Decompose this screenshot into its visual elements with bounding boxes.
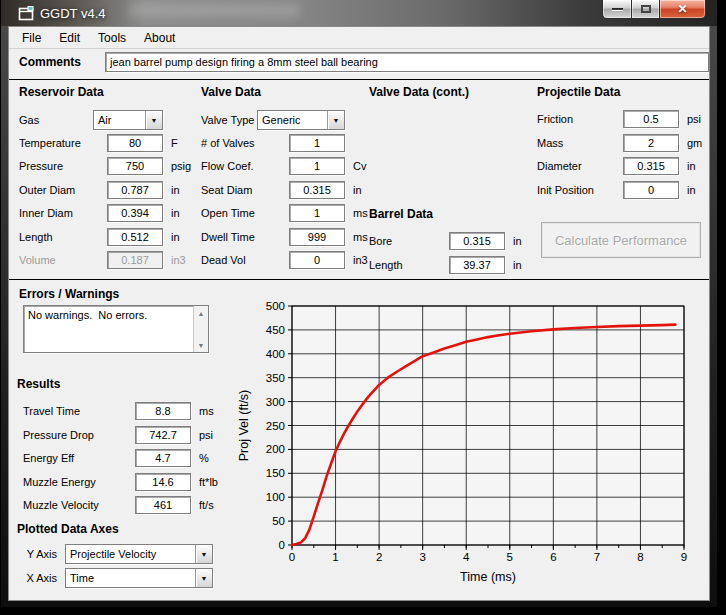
inner-diam-unit: in: [171, 207, 195, 219]
x-axis-dropdown[interactable]: Time ▼: [65, 568, 213, 588]
velocity-chart: 0123456789050100150200250300350400450500…: [235, 283, 705, 595]
menu-edit[interactable]: Edit: [50, 29, 89, 47]
pressure-row: Pressure psig: [19, 157, 195, 175]
friction-field[interactable]: [623, 110, 679, 128]
chevron-down-icon[interactable]: ▼: [195, 569, 212, 587]
init-position-field[interactable]: [623, 181, 679, 199]
barrel-length-label: Length: [369, 259, 449, 271]
errors-box: No warnings. No errors. ▲ ▼: [23, 305, 209, 353]
barrel-length-unit: in: [513, 259, 537, 271]
gas-value: Air: [94, 111, 145, 129]
dead-vol-field[interactable]: [289, 251, 345, 269]
flow-coef-unit: Cv: [353, 160, 373, 172]
valve-cont-section: Valve Data (cont.): [369, 85, 529, 110]
barrel-section: Barrel Data Bore in Length in: [369, 207, 537, 279]
flow-coef-field[interactable]: [289, 157, 345, 175]
volume-row: Volume in3: [19, 251, 195, 269]
num-valves-label: # of Valves: [201, 137, 289, 149]
diameter-field[interactable]: [623, 157, 679, 175]
open-time-field[interactable]: [289, 204, 345, 222]
barrel-length-row: Length in: [369, 256, 537, 274]
mass-field[interactable]: [623, 134, 679, 152]
num-valves-field[interactable]: [289, 134, 345, 152]
svg-text:8: 8: [637, 551, 643, 563]
minimize-button[interactable]: [602, 0, 632, 19]
reservoir-header: Reservoir Data: [19, 85, 195, 99]
temperature-unit: F: [171, 137, 195, 149]
y-axis-label: Y Axis: [17, 548, 57, 560]
inner-diam-label: Inner Diam: [19, 207, 107, 219]
results-section: Results Travel Time ms Pressure Drop psi…: [17, 377, 229, 520]
muzzle-velocity-field[interactable]: [135, 496, 191, 514]
init-position-label: Init Position: [537, 184, 623, 196]
gas-dropdown[interactable]: Air ▼: [93, 110, 163, 130]
chevron-down-icon[interactable]: ▼: [195, 545, 212, 563]
menu-file[interactable]: File: [13, 29, 50, 47]
friction-label: Friction: [537, 113, 623, 125]
errors-scrollbar[interactable]: ▲ ▼: [193, 306, 208, 352]
svg-text:50: 50: [272, 515, 285, 527]
scroll-down-icon[interactable]: ▼: [194, 338, 208, 352]
bore-unit: in: [513, 235, 537, 247]
chevron-down-icon[interactable]: ▼: [145, 111, 162, 129]
x-axis-row: X Axis Time ▼: [17, 568, 229, 588]
muzzle-velocity-label: Muzzle Velocity: [23, 499, 135, 511]
bore-label: Bore: [369, 235, 449, 247]
valve-type-dropdown[interactable]: Generic ▼: [257, 110, 345, 130]
svg-text:200: 200: [266, 443, 285, 455]
results-header: Results: [17, 377, 229, 391]
pressure-drop-unit: psi: [199, 429, 229, 441]
dwell-time-label: Dwell Time: [201, 231, 289, 243]
mass-label: Mass: [537, 137, 623, 149]
menu-about[interactable]: About: [135, 29, 184, 47]
muzzle-energy-unit: ft*lb: [199, 476, 229, 488]
bore-field[interactable]: [449, 232, 505, 250]
calculate-performance-button[interactable]: Calculate Performance: [541, 222, 701, 258]
muzzle-energy-field[interactable]: [135, 473, 191, 491]
dwell-time-field[interactable]: [289, 228, 345, 246]
pressure-drop-field[interactable]: [135, 426, 191, 444]
volume-field: [107, 251, 163, 269]
menu-tools[interactable]: Tools: [89, 29, 135, 47]
travel-time-unit: ms: [199, 405, 229, 417]
valve-section: Valve Data Valve Type Generic ▼ # of Val…: [201, 85, 373, 275]
title-bar[interactable]: GGDT v4.4 ✕: [1, 0, 717, 26]
errors-text: No warnings. No errors.: [24, 306, 193, 352]
bore-row: Bore in: [369, 232, 537, 250]
pressure-drop-row: Pressure Drop psi: [17, 426, 229, 444]
energy-eff-label: Energy Eff: [23, 452, 135, 464]
inner-diam-row: Inner Diam in: [19, 204, 195, 222]
maximize-button[interactable]: [632, 0, 660, 19]
divider-top: [9, 79, 709, 80]
temperature-field[interactable]: [107, 134, 163, 152]
mass-row: Mass gm: [537, 134, 710, 152]
svg-text:2: 2: [376, 551, 382, 563]
flow-coef-label: Flow Coef.: [201, 160, 289, 172]
y-axis-row: Y Axis Projectile Velocity ▼: [17, 544, 229, 564]
svg-text:3: 3: [419, 551, 425, 563]
seat-diam-field[interactable]: [289, 181, 345, 199]
scroll-up-icon[interactable]: ▲: [194, 306, 208, 320]
outer-diam-field[interactable]: [107, 181, 163, 199]
energy-eff-field[interactable]: [135, 449, 191, 467]
reservoir-length-field[interactable]: [107, 228, 163, 246]
y-axis-dropdown[interactable]: Projectile Velocity ▼: [65, 544, 213, 564]
barrel-header: Barrel Data: [369, 207, 537, 221]
friction-unit: psi: [687, 113, 710, 125]
pressure-field[interactable]: [107, 157, 163, 175]
maximize-icon: [641, 5, 651, 13]
barrel-length-field[interactable]: [449, 256, 505, 274]
travel-time-field[interactable]: [135, 402, 191, 420]
open-time-label: Open Time: [201, 207, 289, 219]
comments-input[interactable]: [105, 52, 709, 72]
svg-text:450: 450: [266, 324, 285, 336]
plotted-axes-section: Plotted Data Axes Y Axis Projectile Velo…: [17, 522, 229, 592]
svg-text:9: 9: [681, 551, 687, 563]
chevron-down-icon[interactable]: ▼: [327, 111, 344, 129]
y-axis-value: Projectile Velocity: [66, 545, 195, 563]
inner-diam-field[interactable]: [107, 204, 163, 222]
plotted-axes-header: Plotted Data Axes: [17, 522, 229, 536]
close-button[interactable]: ✕: [660, 0, 706, 19]
valve-type-row: Valve Type Generic ▼: [201, 110, 373, 130]
dwell-time-row: Dwell Time ms: [201, 228, 373, 246]
